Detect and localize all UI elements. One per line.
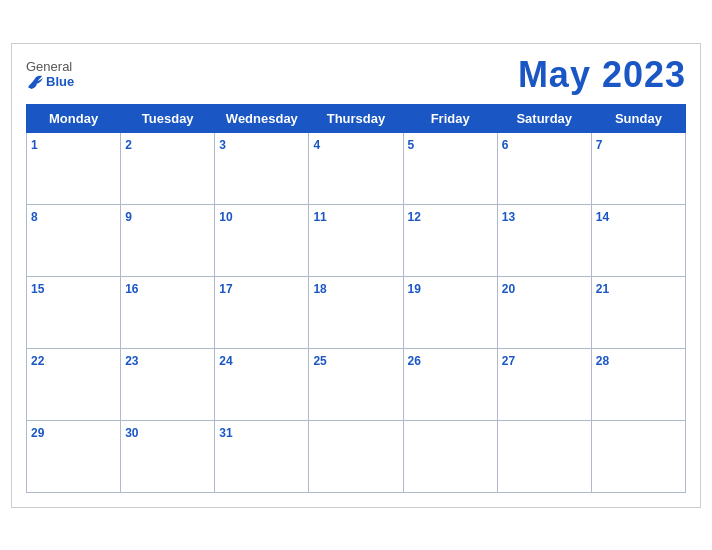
calendar-week-1: 1234567 [27,132,686,204]
table-row: 7 [591,132,685,204]
day-number: 13 [502,210,515,224]
day-number: 15 [31,282,44,296]
day-number: 11 [313,210,326,224]
day-number: 21 [596,282,609,296]
day-number: 18 [313,282,326,296]
table-row: 10 [215,204,309,276]
day-number: 30 [125,426,138,440]
day-number: 8 [31,210,38,224]
day-number: 7 [596,138,603,152]
day-number: 22 [31,354,44,368]
day-number: 25 [313,354,326,368]
day-number: 17 [219,282,232,296]
day-number: 12 [408,210,421,224]
table-row [309,420,403,492]
table-row: 17 [215,276,309,348]
table-row: 23 [121,348,215,420]
table-row: 2 [121,132,215,204]
calendar-table: Monday Tuesday Wednesday Thursday Friday… [26,104,686,493]
day-number: 3 [219,138,226,152]
table-row: 5 [403,132,497,204]
table-row: 21 [591,276,685,348]
logo-general-text: General [26,60,72,74]
table-row: 15 [27,276,121,348]
logo: General Blue [26,60,74,89]
table-row: 6 [497,132,591,204]
col-saturday: Saturday [497,104,591,132]
table-row [403,420,497,492]
table-row: 27 [497,348,591,420]
table-row: 24 [215,348,309,420]
table-row: 13 [497,204,591,276]
day-number: 9 [125,210,132,224]
day-number: 31 [219,426,232,440]
col-friday: Friday [403,104,497,132]
month-title: May 2023 [518,54,686,96]
calendar-header: General Blue May 2023 [26,54,686,96]
col-sunday: Sunday [591,104,685,132]
table-row: 25 [309,348,403,420]
day-number: 27 [502,354,515,368]
col-tuesday: Tuesday [121,104,215,132]
calendar-container: General Blue May 2023 Monday Tuesday Wed… [11,43,701,508]
col-monday: Monday [27,104,121,132]
day-number: 19 [408,282,421,296]
table-row: 3 [215,132,309,204]
table-row: 18 [309,276,403,348]
col-thursday: Thursday [309,104,403,132]
table-row: 1 [27,132,121,204]
col-wednesday: Wednesday [215,104,309,132]
day-number: 2 [125,138,132,152]
day-number: 16 [125,282,138,296]
calendar-week-2: 891011121314 [27,204,686,276]
table-row: 4 [309,132,403,204]
day-number: 20 [502,282,515,296]
day-number: 28 [596,354,609,368]
table-row: 31 [215,420,309,492]
table-row: 30 [121,420,215,492]
table-row: 26 [403,348,497,420]
day-number: 4 [313,138,320,152]
table-row: 11 [309,204,403,276]
table-row: 16 [121,276,215,348]
day-number: 1 [31,138,38,152]
table-row: 9 [121,204,215,276]
day-number: 24 [219,354,232,368]
table-row: 20 [497,276,591,348]
logo-bird-icon [26,75,44,89]
day-number: 10 [219,210,232,224]
day-number: 23 [125,354,138,368]
table-row: 29 [27,420,121,492]
day-number: 26 [408,354,421,368]
calendar-header-row: Monday Tuesday Wednesday Thursday Friday… [27,104,686,132]
table-row: 19 [403,276,497,348]
table-row: 12 [403,204,497,276]
table-row [591,420,685,492]
day-number: 14 [596,210,609,224]
table-row: 8 [27,204,121,276]
calendar-week-4: 22232425262728 [27,348,686,420]
day-number: 29 [31,426,44,440]
table-row: 14 [591,204,685,276]
logo-blue-text: Blue [26,75,74,89]
table-row [497,420,591,492]
table-row: 28 [591,348,685,420]
table-row: 22 [27,348,121,420]
day-number: 6 [502,138,509,152]
calendar-week-3: 15161718192021 [27,276,686,348]
calendar-week-5: 293031 [27,420,686,492]
day-number: 5 [408,138,415,152]
